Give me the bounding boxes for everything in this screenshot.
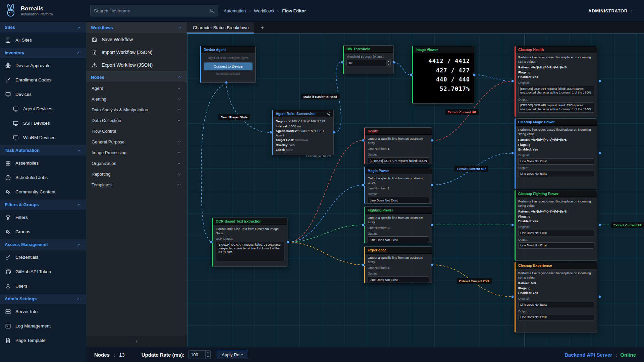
output-field[interactable]: [368, 236, 429, 243]
number-spinner[interactable]: [386, 60, 390, 66]
node-category-general-purpose[interactable]: General Purpose: [86, 136, 187, 147]
node-category-templates[interactable]: Templates: [86, 179, 187, 190]
port[interactable]: [511, 295, 514, 298]
port[interactable]: [511, 152, 514, 155]
spinner-down-icon[interactable]: [206, 355, 210, 359]
add-tab-button[interactable]: +: [255, 22, 270, 34]
output-input[interactable]: [368, 237, 429, 243]
node-image-viewer[interactable]: Image Viewer 4412 / 4412 427 / 427 440 /…: [412, 46, 474, 104]
import-workflow-button[interactable]: Import Workflow (JSON): [86, 46, 187, 59]
output-input[interactable]: [368, 158, 429, 164]
tab-character-status-breakdown[interactable]: Character Status Breakdown: [187, 22, 255, 34]
node-category-reporting[interactable]: Reporting: [86, 169, 187, 179]
sidebar-section-task-automation[interactable]: Task Automation: [0, 145, 86, 156]
port[interactable]: [598, 295, 601, 298]
sidebar-item-log-management[interactable]: Log Management: [0, 319, 86, 333]
port[interactable]: [362, 184, 365, 187]
node-device-agent[interactable]: Device Agent Right-Click to Configure Ag…: [200, 46, 256, 83]
port[interactable]: [341, 61, 344, 64]
ocr-output-textarea[interactable]: [ERROR] OCR API request failed: JSON.par…: [216, 242, 284, 261]
port[interactable]: [362, 224, 365, 227]
node-category-image-processing[interactable]: Image Processing: [86, 147, 187, 158]
sidebar-item-filters[interactable]: Filters: [0, 210, 86, 225]
sidebar-item-enrollment-codes[interactable]: Enrollment Codes: [0, 73, 86, 87]
export-workflow-button[interactable]: Export Workflow (JSON): [86, 59, 187, 71]
sidebar-item-assemblies[interactable]: Assemblies: [0, 156, 86, 170]
number-spinner[interactable]: [205, 351, 210, 359]
node-category-data-collection[interactable]: Data Collection: [86, 115, 187, 126]
sidebar-section-sites[interactable]: Sites: [0, 22, 86, 33]
port[interactable]: [210, 241, 213, 244]
search-icon[interactable]: [209, 8, 215, 13]
node-health[interactable]: Health Output a specific line from an up…: [364, 127, 432, 164]
original-textarea[interactable]: [ERROR] OCR API request failed: JSON.par…: [518, 86, 594, 96]
port[interactable]: [598, 224, 601, 227]
sidebar-item-community-content[interactable]: Community Content: [0, 185, 86, 199]
port[interactable]: [431, 139, 434, 142]
apply-rate-button[interactable]: Apply Rate: [217, 350, 248, 359]
node-category-data-analysis[interactable]: Data Analysis & Manipulation: [86, 104, 187, 115]
port[interactable]: [431, 224, 434, 227]
sidebar-item-scheduled-jobs[interactable]: Scheduled Jobs: [0, 170, 86, 185]
update-rate-stepper[interactable]: [189, 350, 211, 359]
threshold-input[interactable]: [347, 60, 386, 66]
port[interactable]: [332, 131, 335, 134]
node-cleanup-experience[interactable]: Cleanup Experience Performs live regex-b…: [515, 262, 597, 333]
port[interactable]: [287, 241, 290, 244]
sidebar-section-admin-settings[interactable]: Admin Settings: [0, 293, 86, 304]
output-field[interactable]: [368, 197, 429, 203]
node-cleanup-fighting-power[interactable]: Cleanup Fighting Power Performs live reg…: [515, 190, 597, 261]
node-cleanup-health[interactable]: Cleanup Health Performs live regex-based…: [515, 46, 597, 117]
node-cleanup-magic-power[interactable]: Cleanup Magic Power Performs live regex-…: [515, 118, 597, 189]
output-textarea[interactable]: Line Does Not Exist: [518, 314, 594, 320]
output-field[interactable]: [368, 276, 429, 283]
node-ocr-text-extraction[interactable]: OCR-Based Text Extraction Extract Multi-…: [212, 218, 287, 267]
port[interactable]: [225, 81, 228, 84]
port[interactable]: [431, 263, 434, 266]
port[interactable]: [392, 61, 395, 64]
output-textarea[interactable]: Line Does Not Exist: [518, 242, 594, 249]
port[interactable]: [431, 184, 434, 187]
user-menu[interactable]: ADMINISTRATOR: [588, 8, 635, 13]
sidebar-item-devices[interactable]: Devices: [0, 87, 86, 102]
port[interactable]: [598, 152, 601, 155]
node-magic-power[interactable]: Magic Power Output a specific line from …: [364, 167, 432, 204]
sidebar-section-filters-groups[interactable]: Filters & Groups: [0, 199, 86, 210]
port[interactable]: [362, 263, 365, 266]
sidebar-item-winrm-devices[interactable]: WinRM Devices: [0, 130, 86, 145]
connect-to-device-button[interactable]: Connect to Device: [204, 62, 253, 70]
sidebar-item-ssh-devices[interactable]: SSH Devices: [0, 116, 86, 130]
breadcrumb-automation[interactable]: Automation: [224, 8, 246, 13]
port[interactable]: [511, 224, 514, 227]
hostname-search[interactable]: [90, 5, 218, 16]
search-input[interactable]: [94, 8, 209, 13]
output-input[interactable]: [368, 277, 429, 283]
output-textarea[interactable]: Line Does Not Exist: [518, 171, 594, 177]
node-category-flow-control[interactable]: Flow Control: [86, 126, 187, 136]
output-field[interactable]: [368, 157, 429, 164]
original-textarea[interactable]: Line Does Not Exist: [518, 158, 594, 165]
threshold-stepper[interactable]: [346, 60, 391, 66]
flow-canvas[interactable]: Read Player Stats Make it Easier to Read…: [187, 34, 644, 347]
port[interactable]: [473, 73, 476, 76]
nodes-section-header[interactable]: Nodes: [86, 71, 187, 83]
workflows-section-header[interactable]: Workflows: [86, 22, 187, 33]
sidebar-section-inventory[interactable]: Inventory: [0, 47, 86, 58]
port[interactable]: [511, 80, 514, 83]
output-input[interactable]: [368, 197, 429, 203]
output-textarea[interactable]: [ERROR] OCR API request failed: JSON.par…: [518, 102, 594, 113]
spinner-down-icon[interactable]: [386, 63, 390, 66]
share-icon[interactable]: [326, 112, 331, 116]
spinner-up-icon[interactable]: [386, 60, 390, 63]
sidebar-item-device-approvals[interactable]: Device Approvals: [0, 58, 86, 73]
sidebar-item-agent-devices[interactable]: Agent Devices: [0, 102, 86, 116]
node-fighting-power[interactable]: Fighting Power Output a specific line fr…: [364, 206, 432, 243]
node-category-agent[interactable]: Agent: [86, 83, 187, 94]
original-textarea[interactable]: Line Does Not Exist: [518, 302, 594, 308]
save-workflow-button[interactable]: Save Workflow: [86, 33, 187, 46]
node-category-alerting[interactable]: Alerting: [86, 94, 187, 104]
breadcrumb-workflows[interactable]: Workflows: [254, 8, 274, 13]
node-category-organization[interactable]: Organization: [86, 158, 187, 169]
node-experience[interactable]: Experience Output a specific line from a…: [364, 246, 432, 283]
sidebar-item-server-info[interactable]: Server Info: [0, 304, 86, 319]
